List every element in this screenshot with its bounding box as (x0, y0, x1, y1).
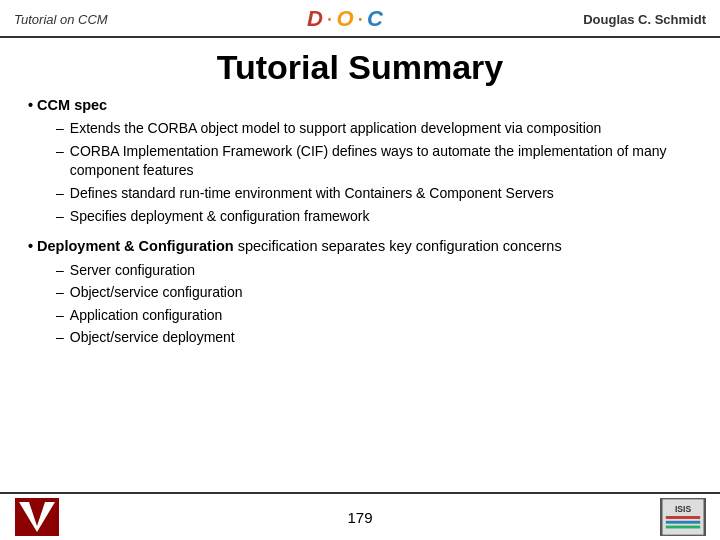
dash-icon: – (56, 328, 64, 348)
section-deployment-label: Deployment & Configuration specification… (37, 236, 562, 256)
list-item: – CORBA Implementation Framework (CIF) d… (56, 142, 692, 181)
subitem-text: Server configuration (70, 261, 195, 281)
page-number: 179 (347, 509, 372, 526)
subitem-text: Extends the CORBA object model to suppor… (70, 119, 602, 139)
section-bullet-1: • (28, 95, 33, 115)
list-item: – Object/service deployment (56, 328, 692, 348)
svg-rect-6 (666, 526, 700, 529)
section-ccm-spec-label: CCM spec (37, 95, 107, 115)
dash-icon: – (56, 207, 64, 227)
section-deployment: • Deployment & Configuration specificati… (28, 236, 692, 348)
svg-rect-4 (666, 516, 700, 519)
subitem-text: CORBA Implementation Framework (CIF) def… (70, 142, 692, 181)
title-row: Tutorial Summary (0, 38, 720, 93)
logo-d: D (307, 6, 324, 32)
subitem-text: Specifies deployment & configuration fra… (70, 207, 370, 227)
header: Tutorial on CCM D • O • C Douglas C. Sch… (0, 0, 720, 38)
dash-icon: – (56, 119, 64, 139)
section-bullet-2: • (28, 236, 33, 256)
footer: 179 ISIS (0, 492, 720, 540)
logo-c: C (367, 6, 384, 32)
dash-icon: – (56, 306, 64, 326)
svg-text:ISIS: ISIS (675, 504, 691, 514)
logo-o: O (336, 6, 354, 32)
dash-icon: – (56, 283, 64, 303)
svg-rect-5 (666, 521, 700, 524)
subitem-text: Object/service deployment (70, 328, 235, 348)
deployment-subitems: – Server configuration – Object/service … (56, 261, 692, 348)
subitem-text: Defines standard run-time environment wi… (70, 184, 554, 204)
dash-icon: – (56, 142, 64, 162)
content-area: • CCM spec – Extends the CORBA object mo… (0, 93, 720, 348)
subitem-text: Application configuration (70, 306, 223, 326)
list-item: – Server configuration (56, 261, 692, 281)
isis-logo: ISIS (660, 498, 706, 536)
logo-dot1: • (328, 14, 333, 25)
section-ccm-spec-header: • CCM spec (28, 95, 692, 115)
header-right-label: Douglas C. Schmidt (583, 12, 706, 27)
logo-dot2: • (359, 14, 364, 25)
list-item: – Specifies deployment & configuration f… (56, 207, 692, 227)
isis-logo-svg: ISIS (662, 498, 704, 536)
v-logo-svg (15, 498, 59, 536)
section-ccm-spec: • CCM spec – Extends the CORBA object mo… (28, 95, 692, 226)
list-item: – Defines standard run-time environment … (56, 184, 692, 204)
list-item: – Object/service configuration (56, 283, 692, 303)
header-left-label: Tutorial on CCM (14, 12, 108, 27)
ccm-spec-subitems: – Extends the CORBA object model to supp… (56, 119, 692, 226)
list-item: – Extends the CORBA object model to supp… (56, 119, 692, 139)
section-deployment-header: • Deployment & Configuration specificati… (28, 236, 692, 256)
vanderbilt-logo (14, 498, 60, 536)
list-item: – Application configuration (56, 306, 692, 326)
slide: Tutorial on CCM D • O • C Douglas C. Sch… (0, 0, 720, 540)
subitem-text: Object/service configuration (70, 283, 243, 303)
slide-title: Tutorial Summary (20, 48, 700, 87)
dash-icon: – (56, 261, 64, 281)
dash-icon: – (56, 184, 64, 204)
doc-logo: D • O • C (307, 6, 384, 32)
